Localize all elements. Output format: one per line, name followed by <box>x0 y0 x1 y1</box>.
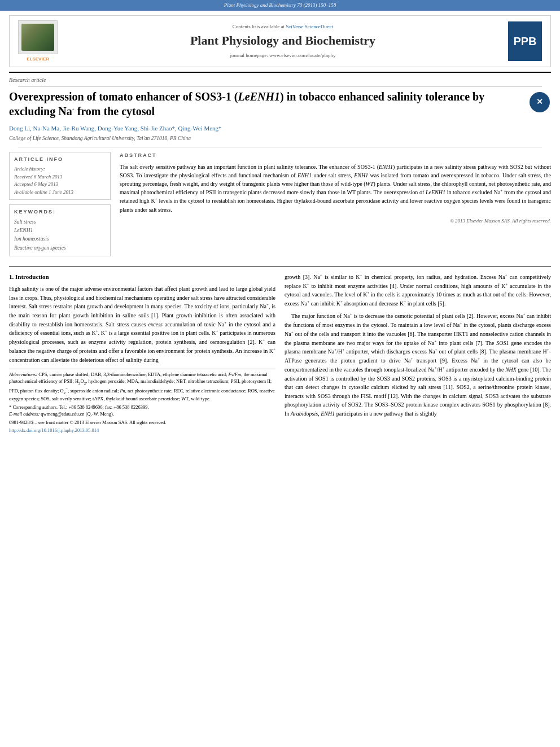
abbreviations-text: Abbreviations: CPS, carrier phase shifte… <box>9 372 275 403</box>
keywords-list: Salt stress LeENH1 Ion homeostasis React… <box>14 218 106 252</box>
header-divider <box>9 72 551 73</box>
footnote-area: Abbreviations: CPS, carrier phase shifte… <box>9 369 275 434</box>
article-info-label: ARTICLE INFO <box>14 156 106 163</box>
article-info-col: ARTICLE INFO Article history: Received 6… <box>9 152 111 260</box>
intro-right-text: growth [3]. Na+ is similar to K+ in chem… <box>285 273 551 418</box>
issn-text: 0981-9428/$ – see front matter © 2013 El… <box>9 420 275 426</box>
article-history-box: ARTICLE INFO Article history: Received 6… <box>9 152 111 200</box>
keywords-label: Keywords: <box>14 208 106 216</box>
elsevier-label: ELSEVIER <box>27 56 49 62</box>
sciverse-text: Contents lists available at SciVerse Sci… <box>66 23 500 30</box>
body-left-col: 1. Introduction High salinity is one of … <box>9 273 275 434</box>
keywords-box: Keywords: Salt stress LeENH1 Ion homeost… <box>9 204 111 256</box>
email-text: E-mail address: qwmeng@sdau.edu.cn (Q.-W… <box>9 411 275 418</box>
intro-section-title: 1. Introduction <box>9 273 275 281</box>
authors-divider <box>18 147 542 147</box>
keyword-1: Salt stress <box>14 218 106 226</box>
copyright: © 2013 Elsevier Masson SAS. All rights r… <box>120 217 551 225</box>
crossmark-area: ✕ <box>528 89 551 112</box>
accepted-date: Accepted 6 May 2013 <box>14 181 106 188</box>
article-info-abstract-row: ARTICLE INFO Article history: Received 6… <box>9 152 551 260</box>
abstract-col: ABSTRACT The salt overly sensitive pathw… <box>120 152 551 260</box>
title-italic: LeENH1 <box>238 90 280 103</box>
right-para1: growth [3]. Na+ is similar to K+ in chem… <box>285 273 551 308</box>
journal-topbar: Plant Physiology and Biochemistry 70 (20… <box>0 0 560 11</box>
intro-para1: High salinity is one of the major advers… <box>9 285 275 364</box>
abstract-text: The salt overly sensitive pathway has an… <box>120 163 551 214</box>
right-para2: The major function of Na+ is to decrease… <box>285 312 551 418</box>
journal-logo-right: PPB <box>505 21 545 61</box>
journal-header: ELSEVIER Contents lists available at Sci… <box>9 15 551 67</box>
journal-logo-left: ELSEVIER <box>15 20 60 62</box>
elsevier-tree-image <box>18 20 58 54</box>
history-label: Article history: <box>14 165 106 173</box>
sciverse-link[interactable]: SciVerse ScienceDirect <box>286 24 333 29</box>
article-type-divider <box>18 86 542 87</box>
received-date: Received 6 March 2013 <box>14 173 106 181</box>
affiliation: College of Life Science, Shandong Agricu… <box>9 135 551 142</box>
article-type: Research article <box>9 76 551 84</box>
keyword-2: LeENH1 <box>14 226 106 235</box>
doi-link[interactable]: http://dx.doi.org/10.1016/j.plaphy.2013.… <box>9 427 275 434</box>
body-divider <box>9 267 551 267</box>
authors: Dong Li, Na-Na Ma, Jie-Ru Wang, Dong-Yue… <box>9 124 551 133</box>
title-part1: Overexpression of tomato enhancer of SOS… <box>9 90 238 103</box>
journal-homepage: journal homepage: www.elsevier.com/locat… <box>66 52 500 59</box>
ppb-logo: PPB <box>508 21 542 61</box>
journal-title: Plant Physiology and Biochemistry <box>66 32 500 50</box>
abstract-label: ABSTRACT <box>120 152 551 159</box>
title-part3: from the cytosol <box>75 105 155 117</box>
section-num: 1. <box>9 273 14 280</box>
corresponding-text: * Corresponding authors. Tel.: +86 538 8… <box>9 404 275 411</box>
section-title-label: Introduction <box>15 273 49 280</box>
content-area: Research article Overexpression of tomat… <box>0 76 560 434</box>
intro-left-text: High salinity is one of the major advers… <box>9 285 275 364</box>
keyword-3: Ion homeostasis <box>14 235 106 243</box>
keyword-4: Reactive oxygen species <box>14 244 106 252</box>
body-right-col: growth [3]. Na+ is similar to K+ in chem… <box>285 273 551 434</box>
topbar-text: Plant Physiology and Biochemistry 70 (20… <box>224 2 336 8</box>
article-title-block: Overexpression of tomato enhancer of SOS… <box>9 89 551 119</box>
crossmark-logo: ✕ <box>530 92 550 112</box>
article-title-text: Overexpression of tomato enhancer of SOS… <box>9 89 528 119</box>
abbrev-label: Abbreviations: <box>9 372 37 377</box>
sciverse-label: Contents lists available at <box>233 24 285 29</box>
journal-center: Contents lists available at SciVerse Sci… <box>66 23 500 59</box>
body-columns: 1. Introduction High salinity is one of … <box>9 273 551 434</box>
available-date: Available online 1 June 2013 <box>14 189 106 196</box>
